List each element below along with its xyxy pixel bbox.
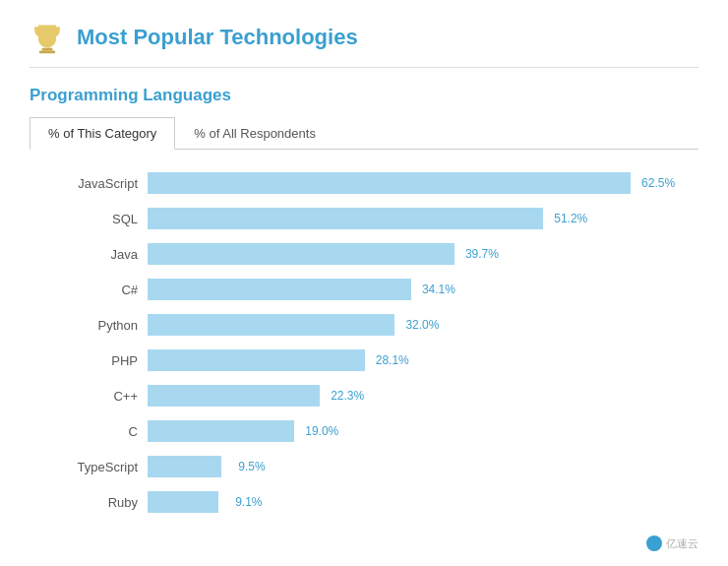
bar-label: C# — [39, 283, 148, 297]
bar-fill: 19.0% — [148, 420, 294, 442]
bar-fill: 51.2% — [148, 208, 543, 229]
logo-icon — [646, 535, 662, 551]
bar-track: 28.1% — [148, 349, 689, 371]
section-title: Programming Languages — [30, 86, 698, 105]
bar-row: C#34.1% — [39, 276, 689, 303]
bar-fill: 32.0% — [148, 314, 394, 336]
bar-value-label: 9.5% — [238, 460, 265, 473]
bar-label: SQL — [39, 212, 148, 226]
bar-fill: 9.1% — [148, 491, 218, 513]
bar-row: JavaScript62.5% — [39, 169, 689, 197]
bar-track: 34.1% — [148, 279, 689, 300]
bar-value-label: 19.0% — [305, 424, 338, 438]
bar-fill: 34.1% — [148, 279, 411, 300]
bar-label: C++ — [39, 389, 148, 404]
svg-rect-0 — [42, 48, 53, 51]
bar-value-label: 32.0% — [405, 318, 439, 332]
bar-value-label: 34.1% — [422, 283, 455, 296]
bar-track: 51.2% — [148, 208, 689, 229]
bar-label: TypeScript — [39, 460, 148, 474]
bar-label: JavaScript — [39, 176, 148, 191]
bar-row: Ruby9.1% — [39, 488, 689, 516]
bar-track: 9.5% — [148, 456, 689, 477]
page-header: Most Popular Technologies — [30, 20, 698, 68]
bar-label: C — [39, 424, 148, 439]
tab-category[interactable]: % of This Category — [30, 117, 175, 150]
bar-track: 62.5% — [148, 172, 689, 194]
bar-value-label: 28.1% — [376, 353, 409, 367]
page-title: Most Popular Technologies — [77, 25, 358, 50]
bar-fill: 22.3% — [148, 385, 320, 407]
tabs-container: % of This Category % of All Respondents — [30, 117, 698, 150]
bar-label: Java — [39, 247, 148, 262]
bar-row: TypeScript9.5% — [39, 453, 689, 480]
bar-track: 32.0% — [148, 314, 689, 336]
bar-label: Ruby — [39, 495, 148, 510]
bar-fill: 39.7% — [148, 243, 455, 265]
bar-fill: 9.5% — [148, 456, 221, 477]
trophy-icon — [30, 20, 65, 55]
svg-rect-1 — [39, 51, 55, 54]
bar-track: 22.3% — [148, 385, 689, 407]
watermark-text: 亿速云 — [666, 536, 698, 551]
bar-value-label: 39.7% — [465, 247, 499, 261]
watermark: 亿速云 — [30, 535, 698, 553]
bar-chart: JavaScript62.5%SQL51.2%Java39.7%C#34.1%P… — [30, 169, 698, 516]
bar-value-label: 51.2% — [554, 212, 587, 225]
bar-row: C19.0% — [39, 417, 689, 445]
bar-value-label: 9.1% — [235, 495, 262, 509]
bar-fill: 28.1% — [148, 349, 365, 371]
bar-label: Python — [39, 318, 148, 333]
bar-value-label: 62.5% — [641, 176, 675, 190]
bar-row: SQL51.2% — [39, 205, 689, 232]
tab-respondents[interactable]: % of All Respondents — [175, 117, 334, 150]
bar-track: 19.0% — [148, 420, 689, 442]
bar-row: Java39.7% — [39, 240, 689, 268]
bar-track: 9.1% — [148, 491, 689, 513]
bar-fill: 62.5% — [148, 172, 631, 194]
bar-track: 39.7% — [148, 243, 689, 265]
bar-row: PHP28.1% — [39, 346, 689, 374]
bar-row: C++22.3% — [39, 382, 689, 409]
bar-row: Python32.0% — [39, 311, 689, 339]
bar-label: PHP — [39, 353, 148, 368]
bar-value-label: 22.3% — [331, 389, 364, 403]
